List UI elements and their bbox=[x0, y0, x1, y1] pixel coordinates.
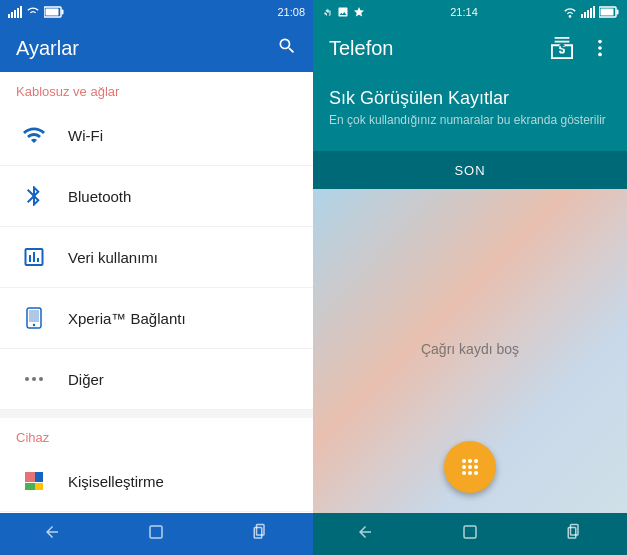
svg-rect-7 bbox=[46, 9, 59, 16]
svg-rect-17 bbox=[35, 483, 43, 490]
status-right-icons bbox=[563, 6, 619, 18]
phone-toolbar-icons bbox=[551, 37, 611, 59]
personalize-item-icon bbox=[16, 463, 52, 499]
wifi-item[interactable]: Wi-Fi bbox=[0, 105, 313, 166]
svg-point-30 bbox=[598, 40, 602, 44]
phone-title: Telefon bbox=[329, 37, 394, 60]
svg-point-11 bbox=[25, 377, 29, 381]
more-vert-icon[interactable] bbox=[589, 37, 611, 59]
search-icon[interactable] bbox=[277, 36, 297, 61]
data-item-label: Veri kullanımı bbox=[68, 249, 158, 266]
svg-rect-19 bbox=[256, 524, 264, 535]
svg-point-35 bbox=[474, 459, 478, 463]
svg-rect-26 bbox=[593, 6, 595, 18]
dial-icon bbox=[458, 455, 482, 479]
back-button-right[interactable] bbox=[336, 515, 394, 554]
recent-subtitle: En çok kullandığınız numaralar bu ekrand… bbox=[329, 113, 611, 127]
svg-rect-20 bbox=[254, 527, 262, 538]
back-button-left[interactable] bbox=[23, 515, 81, 554]
xperia-item-icon bbox=[16, 300, 52, 336]
app-bar-left: Ayarlar bbox=[0, 24, 313, 72]
phone-content: Sık Görüşülen Kayıtlar En çok kullandığı… bbox=[313, 72, 627, 513]
home-button-left[interactable] bbox=[127, 515, 185, 554]
svg-point-12 bbox=[32, 377, 36, 381]
settings-title: Ayarlar bbox=[16, 37, 79, 60]
svg-rect-25 bbox=[590, 8, 592, 18]
svg-rect-44 bbox=[568, 527, 576, 538]
bluetooth-item-icon bbox=[16, 178, 52, 214]
nav-bar-right bbox=[313, 513, 627, 555]
svg-rect-9 bbox=[29, 310, 39, 322]
more-item-icon bbox=[16, 361, 52, 397]
call-log-empty-text: Çağrı kaydı boş bbox=[421, 341, 519, 357]
svg-point-10 bbox=[33, 324, 35, 326]
svg-point-39 bbox=[462, 471, 466, 475]
svg-rect-16 bbox=[25, 483, 35, 490]
svg-point-34 bbox=[468, 459, 472, 463]
svg-point-38 bbox=[474, 465, 478, 469]
svg-rect-3 bbox=[17, 8, 19, 18]
app-bar-right: Telefon bbox=[313, 24, 627, 72]
usb-icon bbox=[321, 6, 333, 18]
svg-rect-22 bbox=[581, 14, 583, 18]
xperia-item-label: Xperia™ Bağlantı bbox=[68, 310, 186, 327]
right-panel: 21:14 Telefon bbox=[313, 0, 627, 555]
call-log-area: Çağrı kaydı boş bbox=[313, 189, 627, 513]
svg-rect-42 bbox=[464, 526, 476, 538]
bluetooth-item-label: Bluetooth bbox=[68, 188, 131, 205]
status-bar-right: 21:14 bbox=[313, 0, 627, 24]
svg-point-40 bbox=[468, 471, 472, 475]
recent-section: Sık Görüşülen Kayıtlar En çok kullandığı… bbox=[313, 72, 627, 143]
status-icons-left bbox=[8, 6, 64, 18]
nav-bar-left bbox=[0, 513, 313, 555]
image-icon bbox=[337, 6, 349, 18]
time-right: 21:14 bbox=[450, 6, 478, 18]
star-icon bbox=[353, 6, 365, 18]
data-item[interactable]: Veri kullanımı bbox=[0, 227, 313, 288]
svg-rect-24 bbox=[587, 10, 589, 18]
battery-right-icon bbox=[599, 6, 619, 18]
svg-rect-0 bbox=[8, 14, 10, 18]
svg-point-13 bbox=[39, 377, 43, 381]
svg-point-36 bbox=[462, 465, 466, 469]
section-divider bbox=[0, 410, 313, 418]
status-left-icons bbox=[321, 6, 365, 18]
svg-rect-4 bbox=[20, 6, 22, 18]
data-item-icon bbox=[16, 239, 52, 275]
signal-right-icon bbox=[581, 6, 595, 18]
left-panel: 21:08 Ayarlar Kablosuz ve ağlar Wi-Fi bbox=[0, 0, 313, 555]
wifi-right-icon bbox=[563, 6, 577, 18]
wifi-status-icon bbox=[26, 6, 40, 18]
dial-fab-button[interactable] bbox=[444, 441, 496, 493]
svg-point-32 bbox=[598, 53, 602, 57]
svg-rect-18 bbox=[150, 526, 162, 538]
svg-rect-14 bbox=[25, 472, 35, 482]
time-left: 21:08 bbox=[277, 6, 305, 18]
svg-point-33 bbox=[462, 459, 466, 463]
svg-point-37 bbox=[468, 465, 472, 469]
recents-button-right[interactable] bbox=[546, 515, 604, 554]
son-tab[interactable]: SON bbox=[313, 151, 627, 189]
svg-rect-6 bbox=[62, 10, 64, 15]
personalize-item[interactable]: Kişiselleştirme bbox=[0, 451, 313, 512]
recent-title: Sık Görüşülen Kayıtlar bbox=[329, 88, 611, 109]
recents-button-left[interactable] bbox=[232, 515, 290, 554]
svg-rect-28 bbox=[617, 10, 619, 15]
son-tab-label: SON bbox=[454, 163, 485, 178]
home-button-right[interactable] bbox=[441, 515, 499, 554]
contacts-icon[interactable] bbox=[551, 37, 573, 59]
svg-rect-43 bbox=[570, 524, 578, 535]
svg-rect-23 bbox=[584, 12, 586, 18]
signal-icon bbox=[8, 6, 22, 18]
svg-rect-29 bbox=[601, 9, 614, 16]
personalize-item-label: Kişiselleştirme bbox=[68, 473, 164, 490]
battery-left-icon bbox=[44, 6, 64, 18]
svg-rect-1 bbox=[11, 12, 13, 18]
wifi-item-icon bbox=[16, 117, 52, 153]
svg-rect-15 bbox=[35, 472, 43, 482]
other-item-label: Diğer bbox=[68, 371, 104, 388]
other-item[interactable]: Diğer bbox=[0, 349, 313, 410]
xperia-item[interactable]: Xperia™ Bağlantı bbox=[0, 288, 313, 349]
bluetooth-item[interactable]: Bluetooth bbox=[0, 166, 313, 227]
wifi-item-label: Wi-Fi bbox=[68, 127, 103, 144]
